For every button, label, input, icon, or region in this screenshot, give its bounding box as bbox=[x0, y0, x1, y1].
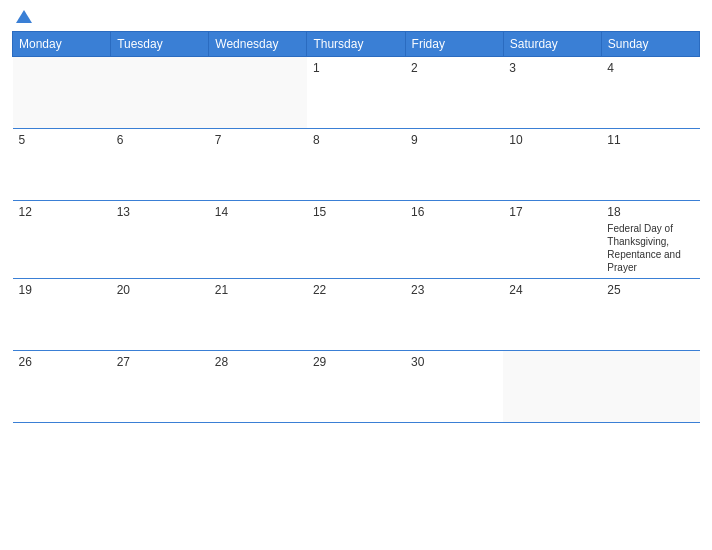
day-number: 26 bbox=[19, 355, 105, 369]
calendar-cell: 11 bbox=[601, 129, 699, 201]
calendar-cell: 2 bbox=[405, 57, 503, 129]
calendar-cell: 7 bbox=[209, 129, 307, 201]
calendar-grid: MondayTuesdayWednesdayThursdayFridaySatu… bbox=[12, 31, 700, 423]
day-number: 7 bbox=[215, 133, 301, 147]
calendar-cell: 10 bbox=[503, 129, 601, 201]
calendar-cell: 15 bbox=[307, 201, 405, 279]
calendar-cell bbox=[601, 351, 699, 423]
calendar-week-row: 567891011 bbox=[13, 129, 700, 201]
calendar-cell: 5 bbox=[13, 129, 111, 201]
weekday-header: Tuesday bbox=[111, 32, 209, 57]
day-number: 11 bbox=[607, 133, 693, 147]
day-number: 15 bbox=[313, 205, 399, 219]
calendar-cell: 20 bbox=[111, 279, 209, 351]
calendar-cell: 4 bbox=[601, 57, 699, 129]
calendar-cell: 16 bbox=[405, 201, 503, 279]
day-number: 6 bbox=[117, 133, 203, 147]
calendar-cell: 1 bbox=[307, 57, 405, 129]
day-number: 16 bbox=[411, 205, 497, 219]
calendar-cell: 3 bbox=[503, 57, 601, 129]
calendar-cell: 12 bbox=[13, 201, 111, 279]
calendar-cell: 14 bbox=[209, 201, 307, 279]
calendar-week-row: 2627282930 bbox=[13, 351, 700, 423]
calendar-week-row: 19202122232425 bbox=[13, 279, 700, 351]
weekday-header-row: MondayTuesdayWednesdayThursdayFridaySatu… bbox=[13, 32, 700, 57]
weekday-header: Sunday bbox=[601, 32, 699, 57]
calendar-cell: 28 bbox=[209, 351, 307, 423]
day-number: 8 bbox=[313, 133, 399, 147]
day-number: 22 bbox=[313, 283, 399, 297]
day-number: 29 bbox=[313, 355, 399, 369]
calendar-cell: 6 bbox=[111, 129, 209, 201]
day-number: 10 bbox=[509, 133, 595, 147]
weekday-header: Friday bbox=[405, 32, 503, 57]
calendar-cell: 27 bbox=[111, 351, 209, 423]
day-number: 30 bbox=[411, 355, 497, 369]
calendar-cell bbox=[209, 57, 307, 129]
weekday-header: Saturday bbox=[503, 32, 601, 57]
weekday-header: Wednesday bbox=[209, 32, 307, 57]
calendar-cell: 19 bbox=[13, 279, 111, 351]
holiday-text: Federal Day of Thanksgiving, Repentance … bbox=[607, 222, 693, 274]
day-number: 25 bbox=[607, 283, 693, 297]
weekday-header: Thursday bbox=[307, 32, 405, 57]
calendar-cell bbox=[503, 351, 601, 423]
day-number: 4 bbox=[607, 61, 693, 75]
day-number: 17 bbox=[509, 205, 595, 219]
calendar-week-row: 1234 bbox=[13, 57, 700, 129]
day-number: 19 bbox=[19, 283, 105, 297]
day-number: 27 bbox=[117, 355, 203, 369]
day-number: 3 bbox=[509, 61, 595, 75]
day-number: 2 bbox=[411, 61, 497, 75]
calendar-container: MondayTuesdayWednesdayThursdayFridaySatu… bbox=[0, 0, 712, 550]
calendar-cell bbox=[111, 57, 209, 129]
logo bbox=[12, 10, 32, 23]
calendar-cell: 25 bbox=[601, 279, 699, 351]
day-number: 20 bbox=[117, 283, 203, 297]
calendar-cell: 21 bbox=[209, 279, 307, 351]
logo-triangle-icon bbox=[16, 10, 32, 23]
day-number: 5 bbox=[19, 133, 105, 147]
header bbox=[12, 10, 700, 23]
calendar-cell: 18Federal Day of Thanksgiving, Repentanc… bbox=[601, 201, 699, 279]
calendar-cell: 23 bbox=[405, 279, 503, 351]
calendar-cell: 30 bbox=[405, 351, 503, 423]
calendar-cell: 26 bbox=[13, 351, 111, 423]
day-number: 9 bbox=[411, 133, 497, 147]
weekday-header: Monday bbox=[13, 32, 111, 57]
calendar-cell: 22 bbox=[307, 279, 405, 351]
day-number: 13 bbox=[117, 205, 203, 219]
day-number: 14 bbox=[215, 205, 301, 219]
calendar-cell: 8 bbox=[307, 129, 405, 201]
day-number: 12 bbox=[19, 205, 105, 219]
day-number: 18 bbox=[607, 205, 693, 219]
calendar-week-row: 12131415161718Federal Day of Thanksgivin… bbox=[13, 201, 700, 279]
day-number: 21 bbox=[215, 283, 301, 297]
calendar-cell: 9 bbox=[405, 129, 503, 201]
calendar-cell: 29 bbox=[307, 351, 405, 423]
calendar-cell: 13 bbox=[111, 201, 209, 279]
calendar-cell bbox=[13, 57, 111, 129]
day-number: 28 bbox=[215, 355, 301, 369]
day-number: 23 bbox=[411, 283, 497, 297]
day-number: 24 bbox=[509, 283, 595, 297]
calendar-cell: 24 bbox=[503, 279, 601, 351]
calendar-cell: 17 bbox=[503, 201, 601, 279]
day-number: 1 bbox=[313, 61, 399, 75]
